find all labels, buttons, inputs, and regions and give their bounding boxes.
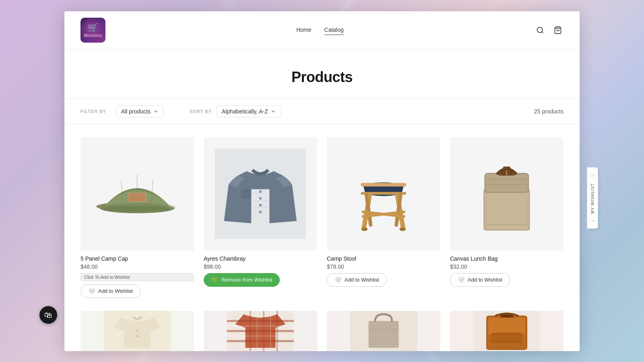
product-price-2: $98.00 (204, 263, 317, 270)
product-card-partial-6[interactable] (204, 311, 317, 351)
add-to-wishlist-btn-1[interactable]: 🤍 Add to Wishlist (80, 284, 140, 298)
svg-rect-75 (503, 315, 511, 317)
heart-icon-3: 🤍 (334, 277, 341, 283)
wishlist-tab-arrow-icon: → (590, 217, 595, 224)
product-tooltip-1: Click To Add to Wishlist (80, 273, 194, 281)
bag-illustration (461, 148, 552, 239)
svg-point-19 (103, 206, 171, 212)
wishlist-tab-heart-icon: ♡ (590, 173, 595, 180)
remove-from-wishlist-btn-2[interactable]: 💚 Remove from Wishlist (204, 273, 280, 287)
nav-home[interactable]: Home (296, 25, 311, 35)
store-window: 🛒 Wishlist Home Catalog (64, 11, 580, 351)
svg-rect-67 (369, 321, 399, 348)
svg-point-38 (399, 227, 406, 231)
filter-by-label: FILTER BY (80, 109, 106, 114)
stool-illustration (338, 148, 429, 239)
product-name-1: 5 Panel Camp Cap (80, 255, 194, 262)
svg-point-24 (259, 210, 262, 213)
product-card-partial-5[interactable] (80, 311, 194, 351)
svg-point-21 (259, 190, 262, 193)
product-card-4: Canvas Lunch Bag $32.00 🤍 Add to Wishlis… (450, 137, 564, 298)
product-image-2[interactable] (204, 137, 317, 251)
wishlist-btn-label-1: Add to Wishlist (98, 288, 133, 294)
partial-product-row (64, 311, 580, 351)
cap-illustration (92, 148, 183, 239)
flannel-partial-illustration (204, 311, 317, 351)
heart-icon-4: 🤍 (458, 277, 464, 283)
svg-point-37 (361, 227, 368, 231)
product-image-1[interactable] (80, 137, 194, 251)
logo-cart-icon: 🛒 (87, 23, 98, 33)
wishlist-btn-label-2: Remove from Wishlist (221, 277, 272, 283)
product-name-2: Ayres Chambray (204, 255, 317, 262)
wishlist-tab[interactable]: ♡ My Wishlist → (587, 167, 598, 229)
shopify-icon: 🛍 (44, 311, 52, 320)
shirt-illustration (215, 148, 306, 239)
product-card-partial-8[interactable] (450, 311, 564, 351)
wishlist-btn-label-3: Add to Wishlist (345, 277, 379, 283)
sort-value: Alphabetically, A-Z (222, 108, 268, 115)
sort-chevron-down-icon (270, 109, 276, 114)
product-card-2: Ayres Chambray $98.00 💚 Remove from Wish… (204, 137, 317, 298)
svg-rect-41 (485, 173, 528, 192)
main-nav: Home Catalog (105, 25, 535, 35)
product-name-4: Canvas Lunch Bag (450, 255, 564, 262)
product-price-3: $78.00 (327, 263, 440, 270)
logo-area[interactable]: 🛒 Wishlist (80, 18, 105, 43)
tshirt-partial-illustration (80, 311, 194, 351)
backpack-partial-illustration (450, 311, 564, 351)
filter-select[interactable]: All products (116, 105, 164, 117)
cart-icon (554, 26, 562, 34)
logo-text: Wishlist (84, 33, 102, 38)
svg-rect-73 (492, 333, 522, 343)
filter-value: All products (121, 108, 151, 115)
sort-select[interactable]: Alphabetically, A-Z (217, 105, 281, 117)
logo-image: 🛒 Wishlist (80, 18, 105, 43)
add-to-wishlist-btn-4[interactable]: 🤍 Add to Wishlist (450, 273, 510, 287)
product-image-3[interactable] (327, 137, 440, 251)
svg-point-53 (136, 330, 138, 332)
add-to-wishlist-btn-3[interactable]: 🤍 Add to Wishlist (327, 273, 387, 287)
svg-point-54 (136, 335, 138, 337)
product-image-4[interactable] (450, 137, 564, 251)
search-icon (536, 26, 544, 34)
item-partial-illustration (327, 311, 440, 351)
header: 🛒 Wishlist Home Catalog (64, 11, 580, 49)
svg-point-8 (537, 27, 543, 32)
product-card-3: Camp Stool $78.00 🤍 Add to Wishlist (327, 137, 440, 298)
sort-section: SORT BY Alphabetically, A-Z (190, 105, 281, 117)
svg-rect-39 (484, 189, 530, 230)
products-count: 25 products (534, 108, 564, 115)
product-price-1: $48.00 (80, 263, 194, 270)
svg-rect-29 (361, 183, 407, 186)
product-name-3: Camp Stool (327, 255, 440, 262)
heart-icon-2: 💚 (211, 277, 218, 283)
svg-point-23 (259, 204, 262, 206)
nav-catalog[interactable]: Catalog (324, 25, 344, 35)
shopify-badge[interactable]: 🛍 (39, 306, 57, 324)
sort-by-label: SORT BY (190, 109, 212, 114)
wishlist-tab-label: My Wishlist (590, 183, 595, 214)
search-button[interactable] (535, 25, 546, 36)
filter-bar: FILTER BY All products SORT BY Alphabeti… (64, 99, 580, 124)
product-price-4: $32.00 (450, 263, 564, 270)
product-grid: 5 Panel Camp Cap $48.00 Click To Add to … (64, 124, 580, 311)
product-card-1: 5 Panel Camp Cap $48.00 Click To Add to … (80, 137, 194, 298)
wishlist-btn-label-4: Add to Wishlist (468, 277, 502, 283)
chevron-down-icon (153, 109, 159, 114)
svg-point-22 (259, 197, 262, 200)
header-icons (535, 25, 564, 36)
svg-rect-17 (129, 194, 146, 201)
page-title: Products (80, 69, 564, 86)
svg-line-9 (542, 31, 543, 33)
product-card-partial-7[interactable] (327, 311, 440, 351)
cart-button[interactable] (552, 25, 564, 36)
svg-rect-72 (488, 317, 525, 334)
heart-icon-1: 🤍 (88, 288, 95, 294)
page-title-area: Products (64, 49, 580, 99)
